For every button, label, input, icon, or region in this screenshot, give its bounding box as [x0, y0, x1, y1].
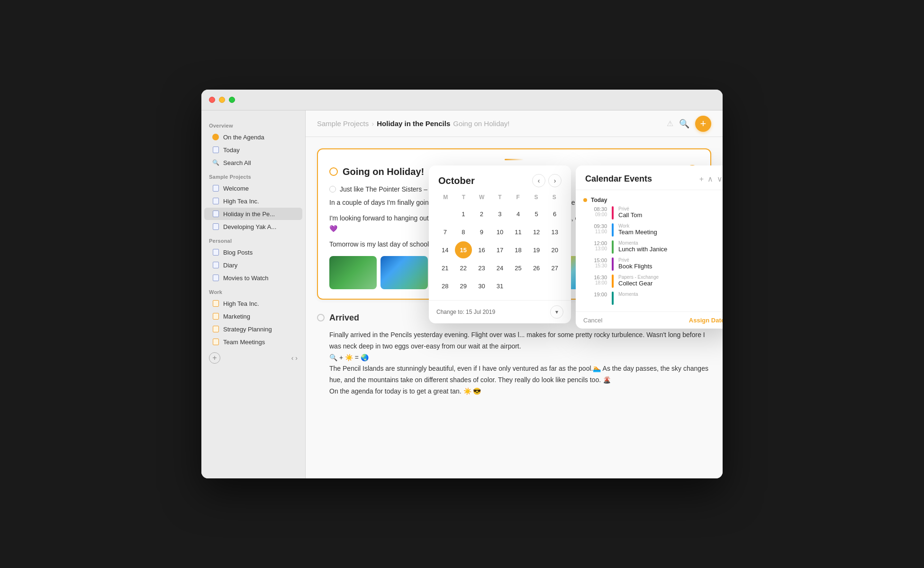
sidebar-add-button[interactable]: + — [209, 352, 220, 364]
breadcrumb-current: Holiday in the Pencils — [377, 119, 450, 128]
event-row-collect-gear[interactable]: 16:30 18:00 Papers - Exchange Collect Ge… — [576, 273, 723, 290]
cal-day-5[interactable]: 5 — [528, 205, 545, 222]
sidebar-item-marketing[interactable]: Marketing — [204, 310, 302, 322]
event-row-momenta[interactable]: 19:00 Momenta — [576, 290, 723, 307]
assign-date-button[interactable]: Assign Date — [689, 317, 723, 324]
cal-day-25[interactable]: 25 — [510, 259, 527, 276]
sidebar-item-movies[interactable]: Movies to Watch — [204, 272, 302, 284]
events-collapse-button[interactable]: ∧ — [707, 174, 713, 183]
cal-day-27[interactable]: 27 — [546, 259, 563, 276]
calendar-change-date-text: Change to: 15 Jul 2019 — [436, 309, 495, 315]
traffic-lights — [209, 97, 235, 103]
cal-day-16[interactable]: 16 — [473, 241, 490, 258]
sample-projects-label: Sample Projects — [201, 169, 305, 182]
cal-day-8[interactable]: 8 — [455, 223, 472, 240]
maximize-button[interactable] — [229, 97, 235, 103]
sidebar-item-on-agenda[interactable]: On the Agenda — [204, 131, 302, 143]
cal-day-29[interactable]: 29 — [455, 277, 472, 294]
personal-label: Personal — [201, 233, 305, 246]
sidebar-item-team-meetings[interactable]: Team Meetings — [204, 336, 302, 348]
note-title: Going on Holiday! — [329, 166, 424, 177]
cal-day-20[interactable]: 20 — [546, 241, 563, 258]
sidebar-item-high-tea[interactable]: High Tea Inc. — [204, 195, 302, 207]
events-add-button[interactable]: + — [699, 175, 704, 183]
event-start-time: 09:30 — [594, 223, 607, 229]
sidebar-item-label: Welcome — [223, 185, 249, 192]
event-time-momenta: 19:00 — [583, 292, 607, 305]
sidebar-footer: + ‹ › — [201, 348, 305, 367]
event-category: Momenta — [618, 292, 723, 297]
forward-arrow-icon[interactable]: › — [295, 354, 298, 362]
sidebar-item-welcome[interactable]: Welcome — [204, 182, 302, 194]
cal-day-6[interactable]: 6 — [546, 205, 563, 222]
events-expand-button[interactable]: ∨ — [717, 174, 723, 183]
cal-day-15-today[interactable]: 15 — [455, 241, 472, 258]
cal-day-3[interactable]: 3 — [491, 205, 508, 222]
event-row-team-meeting[interactable]: 09:30 11:00 Work Team Meeting — [576, 221, 723, 238]
cal-day-19[interactable]: 19 — [528, 241, 545, 258]
cal-day-empty — [436, 205, 453, 222]
search-icon[interactable]: 🔍 — [679, 119, 689, 129]
sidebar-item-label: Today — [223, 147, 240, 154]
event-end-time: 15:30 — [595, 263, 607, 268]
add-entry-button[interactable]: + — [695, 116, 711, 132]
event-row-lunch[interactable]: 12:00 13:00 Momenta Lunch with Janice — [576, 238, 723, 256]
event-time-team-meeting: 09:30 11:00 — [583, 223, 607, 237]
cal-day-28[interactable]: 28 — [436, 277, 453, 294]
sidebar-item-today[interactable]: Today — [204, 144, 302, 156]
calendar-dropdown-button[interactable]: ▾ — [550, 305, 563, 319]
cal-day-4[interactable]: 4 — [510, 205, 527, 222]
cal-day-26[interactable]: 26 — [528, 259, 545, 276]
events-header: Calendar Events + ∧ ∨ — [576, 165, 723, 190]
cal-day-empty2 — [510, 277, 527, 294]
cal-day-18[interactable]: 18 — [510, 241, 527, 258]
sidebar-item-strategy[interactable]: Strategy Planning — [204, 323, 302, 335]
back-arrow-icon[interactable]: ‹ — [291, 354, 294, 362]
calendar-next-button[interactable]: › — [548, 174, 562, 187]
event-row-call-tom[interactable]: 08:30 09:00 Privé Call Tom — [576, 204, 723, 221]
sidebar-item-blog[interactable]: Blog Posts — [204, 246, 302, 258]
cal-day-30[interactable]: 30 — [473, 277, 490, 294]
cal-day-10[interactable]: 10 — [491, 223, 508, 240]
close-button[interactable] — [209, 97, 215, 103]
day-label-f: F — [509, 192, 527, 202]
sidebar-item-diary[interactable]: Diary — [204, 259, 302, 271]
cal-day-22[interactable]: 22 — [455, 259, 472, 276]
sidebar-item-yak[interactable]: Developing Yak A... — [204, 220, 302, 233]
cal-day-12[interactable]: 12 — [528, 223, 545, 240]
today-label-text: Today — [591, 197, 607, 203]
sidebar-item-search-all[interactable]: 🔍 Search All — [204, 156, 302, 169]
sidebar-item-label: Movies to Watch — [223, 275, 269, 282]
event-start-time: 12:00 — [594, 240, 607, 246]
cal-day-13[interactable]: 13 — [546, 223, 563, 240]
sidebar-item-work-hightea[interactable]: High Tea Inc. — [204, 297, 302, 310]
cal-day-31[interactable]: 31 — [491, 277, 508, 294]
cal-day-2[interactable]: 2 — [473, 205, 490, 222]
sidebar-item-label: High Tea Inc. — [223, 300, 259, 307]
cal-day-9[interactable]: 9 — [473, 223, 490, 240]
sidebar-item-holiday[interactable]: Holiday in the Pe... — [204, 208, 302, 220]
sidebar-item-label: High Tea Inc. — [223, 198, 259, 205]
arrived-line3: The Pencil Islands are stunningly beauti… — [329, 363, 711, 386]
cal-day-14[interactable]: 14 — [436, 241, 453, 258]
event-time-collect-gear: 16:30 18:00 — [583, 275, 607, 288]
events-list: Today 08:30 09:00 Privé Call Tom 09:30 1… — [576, 190, 723, 311]
cal-day-7[interactable]: 7 — [436, 223, 453, 240]
cal-day-11[interactable]: 11 — [510, 223, 527, 240]
search-icon: 🔍 — [212, 159, 219, 166]
cal-day-17[interactable]: 17 — [491, 241, 508, 258]
event-start-time: 16:30 — [594, 275, 607, 280]
calendar-grid: M T W T F S S 1 2 3 4 5 6 7 8 9 — [429, 192, 571, 300]
arrived-body: Finally arrived in the Pencils yesterday… — [317, 330, 711, 397]
minimize-button[interactable] — [219, 97, 225, 103]
note-checkbox[interactable] — [329, 186, 336, 192]
event-color-bar — [612, 257, 614, 271]
breadcrumb-parent: Sample Projects — [317, 119, 369, 128]
cal-day-24[interactable]: 24 — [491, 259, 508, 276]
event-row-book-flights[interactable]: 15:00 15:30 Privé Book Flights — [576, 256, 723, 273]
cal-day-23[interactable]: 23 — [473, 259, 490, 276]
cal-day-1[interactable]: 1 — [455, 205, 472, 222]
cal-day-21[interactable]: 21 — [436, 259, 453, 276]
cancel-button[interactable]: Cancel — [583, 317, 602, 324]
calendar-prev-button[interactable]: ‹ — [532, 174, 545, 187]
